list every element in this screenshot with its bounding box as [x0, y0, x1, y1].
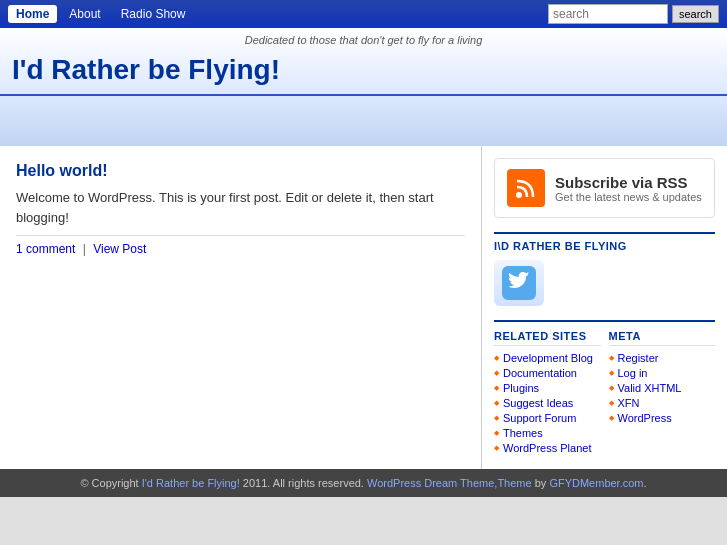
list-item: Suggest Ideas — [494, 397, 601, 409]
related-link-plugins[interactable]: Plugins — [503, 382, 539, 394]
rss-text: Subscribe via RSS Get the latest news & … — [555, 174, 702, 203]
list-item: Register — [609, 352, 716, 364]
footer-theme-link[interactable]: WordPress Dream Theme,Theme — [367, 477, 532, 489]
meta-link-xfn[interactable]: XFN — [618, 397, 640, 409]
site-title: I'd Rather be Flying! — [12, 50, 715, 90]
related-link-support[interactable]: Support Forum — [503, 412, 576, 424]
list-item: Valid XHTML — [609, 382, 716, 394]
site-header: Dedicated to those that don't get to fly… — [0, 28, 727, 96]
footer-period: . — [644, 477, 647, 489]
meta-section: META Register Log in Valid XHTML XFN Wor… — [609, 330, 716, 457]
related-link-dev-blog[interactable]: Development Blog — [503, 352, 593, 364]
footer-copyright: © Copyright — [80, 477, 141, 489]
list-item: WordPress — [609, 412, 716, 424]
related-link-themes[interactable]: Themes — [503, 427, 543, 439]
navbar: Home About Radio Show search — [0, 0, 727, 28]
nav-item-home[interactable]: Home — [8, 5, 57, 23]
sidebar: Subscribe via RSS Get the latest news & … — [482, 146, 727, 469]
post-links: 1 comment | View Post — [16, 235, 465, 256]
post-body: Welcome to WordPress. This is your first… — [16, 188, 465, 227]
bottom-gray-area — [0, 497, 727, 545]
list-item: Documentation — [494, 367, 601, 379]
rss-icon — [507, 169, 545, 207]
svg-point-0 — [516, 192, 522, 198]
banner-decoration — [0, 96, 727, 146]
list-item: Support Forum — [494, 412, 601, 424]
related-link-suggest[interactable]: Suggest Ideas — [503, 397, 573, 409]
meta-title: META — [609, 330, 716, 346]
footer-site-link[interactable]: I'd Rather be Flying! — [142, 477, 240, 489]
search-input[interactable] — [548, 4, 668, 24]
related-sites-list: Development Blog Documentation Plugins S… — [494, 352, 601, 454]
twitter-section: I\D RATHER BE FLYING — [494, 232, 715, 306]
twitter-icon-wrap[interactable] — [494, 260, 544, 306]
search-form: search — [548, 4, 719, 24]
footer-by: by — [532, 477, 550, 489]
twitter-svg — [508, 272, 530, 294]
comment-link[interactable]: 1 comment — [16, 242, 75, 256]
post-title: Hello world! — [16, 162, 465, 180]
related-sites-title: RELATED SITES — [494, 330, 601, 346]
list-item: Log in — [609, 367, 716, 379]
nav-item-about[interactable]: About — [61, 5, 108, 23]
content-wrapper: Hello world! Welcome to WordPress. This … — [0, 146, 727, 469]
site-tagline: Dedicated to those that don't get to fly… — [12, 34, 715, 46]
view-post-link[interactable]: View Post — [93, 242, 146, 256]
nav-item-radio-show[interactable]: Radio Show — [113, 5, 194, 23]
footer-author-link[interactable]: GFYDMember.com — [549, 477, 643, 489]
list-item: Development Blog — [494, 352, 601, 364]
list-item: Plugins — [494, 382, 601, 394]
related-link-wp-planet[interactable]: WordPress Planet — [503, 442, 591, 454]
post-article: Hello world! Welcome to WordPress. This … — [16, 162, 465, 256]
twitter-section-title: I\D RATHER BE FLYING — [494, 240, 715, 252]
footer-year-rights: 2011. All rights reserved. — [240, 477, 367, 489]
two-col-section: RELATED SITES Development Blog Documenta… — [494, 320, 715, 457]
meta-link-login[interactable]: Log in — [618, 367, 648, 379]
meta-link-wordpress[interactable]: WordPress — [618, 412, 672, 424]
meta-link-register[interactable]: Register — [618, 352, 659, 364]
list-item: Themes — [494, 427, 601, 439]
related-link-docs[interactable]: Documentation — [503, 367, 577, 379]
rss-box: Subscribe via RSS Get the latest news & … — [494, 158, 715, 218]
site-footer: © Copyright I'd Rather be Flying! 2011. … — [0, 469, 727, 497]
search-button[interactable]: search — [672, 5, 719, 23]
twitter-icon — [502, 266, 536, 300]
main-content: Hello world! Welcome to WordPress. This … — [0, 146, 482, 469]
meta-list: Register Log in Valid XHTML XFN WordPres… — [609, 352, 716, 424]
rss-title: Subscribe via RSS — [555, 174, 702, 191]
rss-svg — [515, 177, 537, 199]
pipe-separator: | — [83, 242, 86, 256]
rss-subtitle: Get the latest news & updates — [555, 191, 702, 203]
list-item: WordPress Planet — [494, 442, 601, 454]
meta-link-xhtml[interactable]: Valid XHTML — [618, 382, 682, 394]
list-item: XFN — [609, 397, 716, 409]
related-sites-section: RELATED SITES Development Blog Documenta… — [494, 330, 601, 457]
